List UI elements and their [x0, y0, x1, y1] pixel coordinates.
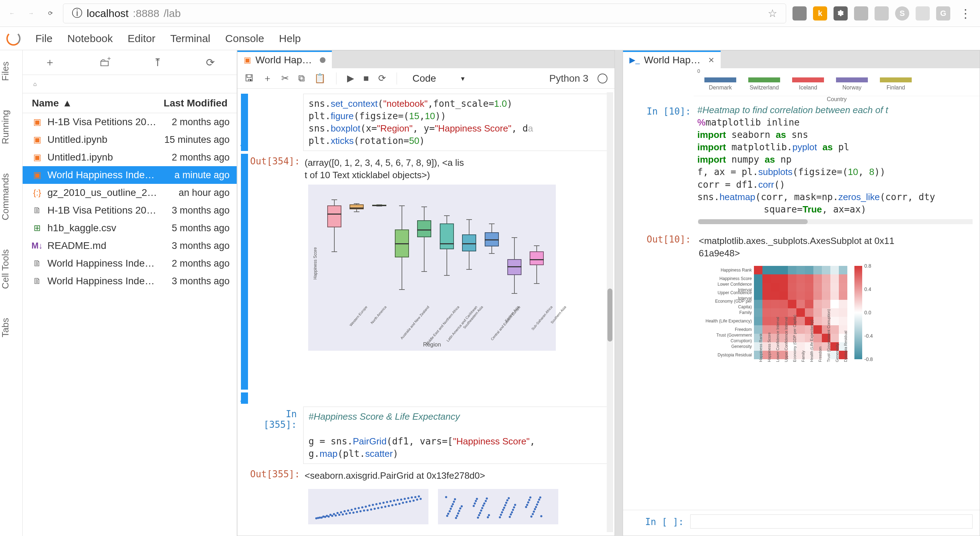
scatter-point — [461, 505, 463, 507]
scatter-point — [366, 509, 369, 511]
kernel-status-icon[interactable] — [598, 73, 608, 83]
bookmark-star-icon[interactable]: ☆ — [768, 7, 777, 19]
menu-file[interactable]: File — [35, 33, 52, 44]
heatmap-cell — [830, 308, 839, 317]
side-tab-running[interactable]: Running — [0, 105, 22, 149]
scatter-point — [454, 498, 456, 500]
file-item[interactable]: ▣ World Happiness Inde… a minute ago — [23, 166, 237, 184]
file-item[interactable]: ▣ Untitled1.ipynb 2 months ago — [23, 149, 237, 166]
heatmap-cell — [796, 308, 805, 317]
copy-button[interactable]: ⧉ — [298, 73, 305, 84]
console-tab[interactable]: ▶_ World Happine: × — [623, 51, 721, 68]
file-item[interactable]: ▣ H-1B Visa Petitions 20… 2 months ago — [23, 113, 237, 131]
upload-button[interactable]: ⤒ — [153, 56, 162, 68]
console-body[interactable]: 0 Denmark Switzerland Iceland Norway Fin… — [623, 68, 980, 510]
run-button[interactable]: ▶ — [347, 73, 354, 84]
reload-button[interactable]: ⟳ — [44, 7, 57, 20]
ext-icon-7[interactable] — [916, 6, 930, 21]
boxplot-box — [327, 185, 341, 351]
sort-arrow-icon[interactable]: ▲ — [62, 98, 72, 109]
menu-editor[interactable]: Editor — [128, 33, 155, 44]
forward-button[interactable]: → — [25, 7, 38, 20]
legend-item: Finland — [880, 78, 912, 91]
ext-icon-6[interactable]: S — [895, 6, 909, 21]
scatter-point — [384, 506, 387, 508]
file-modified: 3 months ago — [172, 276, 230, 287]
scatter-point — [382, 502, 385, 504]
back-button[interactable]: ← — [6, 7, 18, 20]
scrollbar-horizontal[interactable] — [698, 219, 972, 224]
menu-help[interactable]: Help — [279, 33, 301, 44]
menu-notebook[interactable]: Notebook — [67, 33, 113, 44]
ext-icon-4[interactable] — [854, 6, 868, 21]
new-launcher-button[interactable]: ＋ — [45, 55, 55, 70]
breadcrumb[interactable]: ⌂ — [23, 75, 237, 94]
insert-cell-button[interactable]: ＋ — [263, 72, 272, 84]
scrollbar-thumb[interactable] — [608, 289, 612, 341]
home-icon[interactable]: ⌂ — [33, 81, 37, 87]
code-editor-354[interactable]: sns.set_context("notebook",font_scale=1.… — [303, 94, 608, 151]
side-tab-cell-tools[interactable]: Cell Tools — [0, 244, 22, 294]
file-item[interactable]: ⊞ h1b_kaggle.csv 5 months ago — [23, 219, 237, 237]
scatter-point — [342, 513, 344, 515]
cut-button[interactable]: ✂ — [281, 73, 289, 84]
file-item[interactable]: 🗎 World Happiness Inde… 3 months ago — [23, 272, 237, 290]
file-icon: ⊞ — [32, 223, 43, 233]
heatmap-cell — [830, 317, 839, 325]
scatter-point — [450, 508, 452, 510]
file-icon: 🗎 — [32, 276, 43, 286]
paste-button[interactable]: 📋 — [314, 73, 326, 84]
ext-icon-3[interactable]: ✽ — [834, 6, 848, 21]
side-tab-tabs[interactable]: Tabs — [0, 313, 22, 342]
close-icon[interactable]: × — [708, 54, 714, 66]
heatmap-ylabel: Trust (Government Corruption) — [705, 332, 752, 344]
heatmap-cell — [762, 300, 771, 308]
file-icon: {:} — [32, 187, 43, 198]
scrollbar-h-thumb[interactable] — [698, 219, 808, 224]
ext-icon-2[interactable]: k — [813, 6, 827, 21]
restart-button[interactable]: ⟳ — [378, 73, 386, 84]
new-folder-button[interactable]: 🗀+ — [99, 57, 110, 68]
jupyter-logo-icon[interactable] — [6, 32, 21, 46]
site-info-icon[interactable]: ⓘ — [72, 6, 83, 21]
stop-button[interactable]: ■ — [363, 73, 369, 84]
console-input[interactable] — [690, 514, 972, 528]
scatter-point — [395, 503, 397, 506]
legend-xlabel: Country — [694, 96, 980, 103]
notebook-tab[interactable]: ▣ World Happine… — [237, 51, 332, 68]
browser-menu-button[interactable]: ⋮ — [957, 6, 974, 21]
save-button[interactable]: 🖫 — [245, 73, 254, 84]
header-name[interactable]: Name — [32, 98, 59, 109]
scatter-point — [402, 502, 404, 504]
code-cell-354-input[interactable]: ^ sns.set_context("notebook",font_scale=… — [237, 92, 614, 152]
side-tab-commands[interactable]: Commands — [0, 168, 22, 225]
colorbar-tick: -0.8 — [864, 356, 873, 363]
file-item[interactable]: M↓ README.md 3 months ago — [23, 237, 237, 255]
scrollbar-vertical[interactable] — [607, 92, 613, 532]
menu-terminal[interactable]: Terminal — [170, 33, 210, 44]
ext-icon-5[interactable] — [875, 6, 889, 21]
file-item[interactable]: 🗎 World Happiness Inde… 2 months ago — [23, 255, 237, 272]
ext-icon-8[interactable]: G — [936, 6, 950, 21]
side-tab-files[interactable]: Files — [0, 57, 22, 86]
file-item[interactable]: {:} gz_2010_us_outline_2… an hour ago — [23, 184, 237, 201]
scatter-point — [420, 498, 422, 500]
code-editor-355[interactable]: #Happiness Score & Life Expectancy g = s… — [303, 407, 608, 464]
heatmap-xlabel: Generosity — [835, 343, 840, 362]
file-item[interactable]: 🗎 H-1B Visa Petitions 20… 3 months ago — [23, 201, 237, 219]
menu-console[interactable]: Console — [225, 33, 264, 44]
cell-type-select[interactable]: Code ▾ — [407, 71, 482, 86]
ext-icon-1[interactable] — [792, 6, 807, 21]
scatter-point — [398, 503, 401, 505]
address-bar[interactable]: ⓘ localhost:8888/lab ☆ — [63, 3, 786, 23]
in-prompt-354 — [250, 94, 303, 151]
file-item[interactable]: ▣ Untitled.ipynb 15 minutes ago — [23, 131, 237, 149]
code-cell-355-input[interactable]: In [355]: #Happiness Score & Life Expect… — [237, 405, 614, 465]
header-modified[interactable]: Last Modified — [164, 98, 228, 109]
refresh-button[interactable]: ⟳ — [206, 56, 215, 68]
file-icon: ▣ — [32, 117, 43, 127]
kernel-name[interactable]: Python 3 — [549, 73, 589, 84]
console-code-10: #Heatmap to find correlation between eac… — [697, 104, 972, 216]
legend-swatch — [705, 78, 736, 82]
notebook-body[interactable]: ^ sns.set_context("notebook",font_scale=… — [237, 89, 614, 536]
